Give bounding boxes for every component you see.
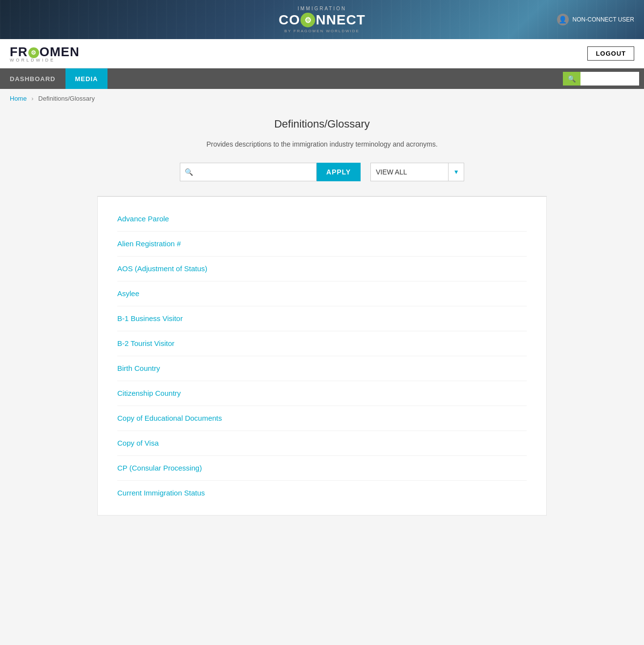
nav-search: 🔍 bbox=[563, 72, 644, 86]
view-all-select[interactable]: VIEW ALL bbox=[370, 163, 449, 181]
glossary-list: Advance ParoleAlien Registration #AOS (A… bbox=[97, 196, 547, 516]
fragomen-sub-text: BY FRAGOMEN WORLDWIDE bbox=[279, 29, 365, 33]
non-connect-user-label: 👤 NON-CONNECT USER bbox=[557, 14, 634, 25]
list-item: B-1 Business Visitor bbox=[117, 306, 527, 331]
glossary-link[interactable]: Copy of Visa bbox=[117, 439, 159, 447]
logout-button[interactable]: LOGOUT bbox=[587, 46, 634, 61]
search-input[interactable] bbox=[180, 163, 317, 181]
search-icon: 🔍 bbox=[185, 168, 193, 176]
fragomen-logo: FR⚙OMEN WORLDWIDE bbox=[10, 44, 80, 63]
worldwide-text: WORLDWIDE bbox=[10, 58, 80, 63]
chevron-down-icon: ▼ bbox=[449, 163, 464, 181]
logo-main: CONNECT bbox=[279, 12, 365, 28]
nav-search-input[interactable] bbox=[580, 72, 639, 86]
glossary-link[interactable]: Advance Parole bbox=[117, 215, 169, 223]
logo-bar: FR⚙OMEN WORLDWIDE LOGOUT bbox=[0, 39, 644, 68]
user-icon: 👤 bbox=[557, 14, 569, 25]
list-item: Asylee bbox=[117, 281, 527, 306]
glossary-link[interactable]: AOS (Adjustment of Status) bbox=[117, 264, 207, 273]
glossary-link[interactable]: CP (Consular Processing) bbox=[117, 464, 202, 472]
list-item: AOS (Adjustment of Status) bbox=[117, 257, 527, 281]
list-item: B-2 Tourist Visitor bbox=[117, 331, 527, 356]
glossary-link[interactable]: B-1 Business Visitor bbox=[117, 314, 183, 322]
list-item: Alien Registration # bbox=[117, 232, 527, 257]
gear-icon bbox=[301, 13, 315, 27]
search-input-wrap: 🔍 bbox=[180, 163, 317, 181]
breadcrumb: Home › Definitions/Glossary bbox=[0, 89, 644, 108]
header-banner: IMMIGRATION CONNECT BY FRAGOMEN WORLDWID… bbox=[0, 0, 644, 39]
glossary-link[interactable]: Copy of Educational Documents bbox=[117, 414, 222, 422]
view-all-wrap: VIEW ALL ▼ bbox=[370, 163, 464, 181]
breadcrumb-current: Definitions/Glossary bbox=[38, 95, 95, 102]
breadcrumb-home-link[interactable]: Home bbox=[10, 95, 27, 102]
glossary-link[interactable]: Citizenship Country bbox=[117, 389, 181, 397]
glossary-link[interactable]: Birth Country bbox=[117, 364, 160, 372]
glossary-link[interactable]: Asylee bbox=[117, 289, 139, 298]
nav-bar: DASHBOARD MEDIA 🔍 bbox=[0, 68, 644, 89]
list-item: Citizenship Country bbox=[117, 381, 527, 406]
list-item: CP (Consular Processing) bbox=[117, 456, 527, 481]
connect-logo: IMMIGRATION CONNECT BY FRAGOMEN WORLDWID… bbox=[279, 6, 365, 33]
glossary-link[interactable]: B-2 Tourist Visitor bbox=[117, 339, 174, 347]
list-item: Copy of Educational Documents bbox=[117, 406, 527, 431]
apply-button[interactable]: APPLY bbox=[317, 163, 361, 181]
nav-dashboard[interactable]: DASHBOARD bbox=[0, 68, 65, 89]
list-item: Birth Country bbox=[117, 356, 527, 381]
fragomen-gear-icon: ⚙ bbox=[28, 47, 39, 58]
glossary-link[interactable]: Alien Registration # bbox=[117, 239, 181, 248]
nav-media[interactable]: MEDIA bbox=[65, 68, 108, 89]
nav-search-button[interactable]: 🔍 bbox=[563, 72, 580, 86]
glossary-link[interactable]: Current Immigration Status bbox=[117, 489, 205, 497]
list-item: Advance Parole bbox=[117, 207, 527, 232]
breadcrumb-separator: › bbox=[31, 95, 33, 102]
page-description: Provides descriptions to the immigration… bbox=[97, 140, 547, 148]
page-title: Definitions/Glossary bbox=[97, 118, 547, 130]
list-item: Current Immigration Status bbox=[117, 481, 527, 505]
search-bar: 🔍 APPLY VIEW ALL ▼ bbox=[97, 163, 547, 181]
list-item: Copy of Visa bbox=[117, 431, 527, 456]
immigration-text: IMMIGRATION bbox=[279, 6, 365, 11]
main-content: Definitions/Glossary Provides descriptio… bbox=[87, 108, 557, 525]
